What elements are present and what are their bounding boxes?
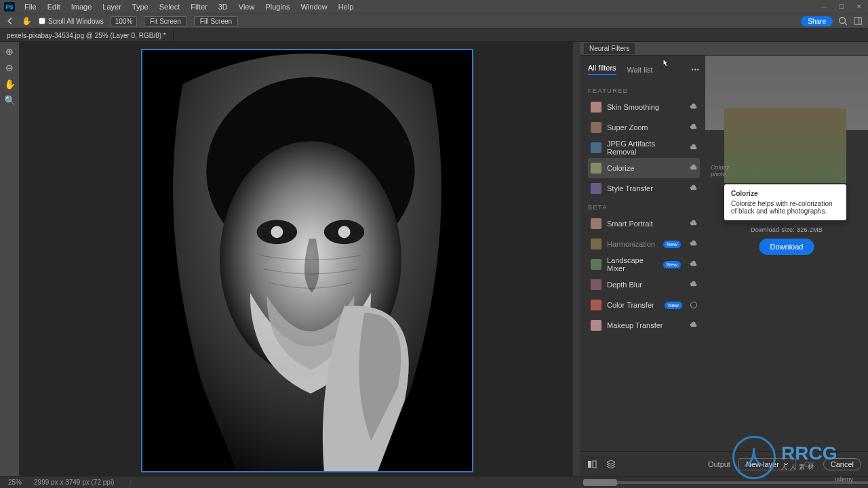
cloud-download-icon[interactable] [689,321,697,329]
cloud-download-icon[interactable] [689,123,697,131]
filter-label: Colorize [607,164,684,172]
filter-smart-portrait[interactable]: Smart Portrait [588,214,700,234]
maximize-button[interactable]: ☐ [833,0,850,14]
output-select[interactable]: New layer [738,458,796,470]
filter-label: Landscape Mixer [607,256,658,272]
fill-screen-button[interactable]: Fill Screen [194,16,238,26]
cloud-download-icon[interactable] [689,281,697,289]
download-button[interactable]: Download [760,239,814,255]
menu-type[interactable]: Type [127,3,154,11]
close-button[interactable]: ✕ [850,0,868,14]
filter-label: JPEG Artifacts Removal [607,140,684,156]
cloud-download-icon[interactable] [689,240,697,248]
filter-harmonization[interactable]: Harmonization New [588,234,700,254]
document-tab[interactable]: pexels-pixabay-34534.jpg @ 25% (Layer 0,… [0,30,174,41]
menu-layer[interactable]: Layer [97,3,127,11]
menu-3d[interactable]: 3D [213,3,233,11]
chevron-down-icon [783,462,789,467]
menu-plugins[interactable]: Plugins [260,3,295,11]
filter-label: Skin Smoothing [607,103,684,111]
menu-image[interactable]: Image [66,3,98,11]
cloud-download-icon[interactable] [689,184,697,192]
filter-thumb [591,218,601,229]
share-button[interactable]: Share [801,16,833,26]
search-icon[interactable] [838,16,848,26]
filter-super-zoom[interactable]: Super Zoom [588,117,700,138]
menu-window[interactable]: Window [296,3,333,11]
cloud-download-icon[interactable] [689,103,697,111]
zoom-level-input[interactable]: 100% [111,16,138,26]
zoom-in-tool[interactable]: ⊕ [3,45,16,58]
scroll-all-label: Scroll All Windows [48,18,104,25]
filter-label: Super Zoom [607,123,684,131]
filter-landscape-mixer[interactable]: Landscape Mixer New [588,254,700,274]
portrait-image [142,50,472,471]
svg-point-7 [271,226,283,238]
svg-point-8 [338,226,351,238]
status-zoom[interactable]: 25% [8,479,22,486]
more-icon[interactable]: ••• [692,66,700,73]
filter-label: Smart Portrait [607,220,684,228]
compare-icon[interactable] [587,459,597,470]
layers-icon[interactable] [606,459,616,470]
ps-logo: Ps [4,2,15,12]
filter-style-transfer[interactable]: Style Transfer [588,178,700,199]
filter-tabs: All filters Wait list ••• [588,61,700,82]
download-size-label: Download size: 326.2MB [705,226,868,233]
new-badge: New [663,261,681,268]
menu-file[interactable]: File [19,3,42,11]
filter-color-transfer[interactable]: Color Transfer New [588,295,700,315]
cloud-download-icon[interactable] [689,164,697,172]
section-featured: FEATURED [588,82,700,97]
zoom-tool[interactable]: 🔍 [3,94,16,106]
status-dimensions: 2999 px x 3749 px (72 ppi) [34,479,114,486]
filter-thumb [591,122,601,133]
hand-tool[interactable]: ✋ [3,78,16,90]
menu-filter[interactable]: Filter [185,3,212,11]
new-badge: New [665,302,682,309]
output-value: New layer [746,460,779,468]
menubar: Ps File Edit Image Layer Type Select Fil… [0,0,868,14]
cloud-download-icon[interactable] [689,260,697,268]
menu-select[interactable]: Select [154,3,186,11]
document-canvas[interactable] [141,49,473,472]
status-bar: 25% 2999 px x 3749 px (72 ppi) 〉 [0,476,868,488]
tab-wait-list[interactable]: Wait list [627,66,653,74]
filter-thumb [591,183,601,194]
filter-colorize[interactable]: Colorize [588,158,700,178]
menu-help[interactable]: Help [333,3,359,11]
minimize-button[interactable]: ─ [815,0,833,14]
menu-edit[interactable]: Edit [42,3,66,11]
vertical-scrollbar[interactable] [573,42,580,476]
filter-label: Depth Blur [607,281,684,289]
tooltip-title: Colorize [731,190,840,197]
preview-after [724,108,846,183]
hand-tool-icon[interactable]: ✋ [22,16,32,26]
filter-thumb [591,102,601,113]
tab-all-filters[interactable]: All filters [588,64,616,75]
cloud-download-icon[interactable] [689,220,697,228]
toggle-icon[interactable] [690,302,697,308]
ok-button[interactable]: OK [804,460,815,468]
back-icon[interactable] [5,16,15,26]
zoom-out-tool[interactable]: ⊖ [3,62,16,74]
filter-jpeg-artifacts[interactable]: JPEG Artifacts Removal [588,138,700,158]
cancel-button[interactable]: Cancel [823,458,861,470]
filter-makeup-transfer[interactable]: Makeup Transfer [588,315,700,336]
svg-rect-10 [593,461,596,468]
workspace-icon[interactable] [853,16,863,26]
svg-rect-1 [854,18,862,25]
scroll-all-checkbox[interactable]: Scroll All Windows [39,18,104,25]
menu-view[interactable]: View [233,3,260,11]
document-tab-bar: pexels-pixabay-34534.jpg @ 25% (Layer 0,… [0,28,868,42]
section-beta: BETA [588,199,700,214]
canvas-area[interactable] [19,42,580,476]
horizontal-scrollbar[interactable] [583,481,868,484]
fit-screen-button[interactable]: Fit Screen [144,16,187,26]
toolbar: ⊕ ⊖ ✋ 🔍 [0,42,19,476]
filter-skin-smoothing[interactable]: Skin Smoothing [588,97,700,117]
filter-depth-blur[interactable]: Depth Blur [588,274,700,295]
panel-footer: Output New layer OK Cancel [580,451,868,476]
cloud-download-icon[interactable] [689,144,697,152]
filter-thumb [591,239,601,249]
